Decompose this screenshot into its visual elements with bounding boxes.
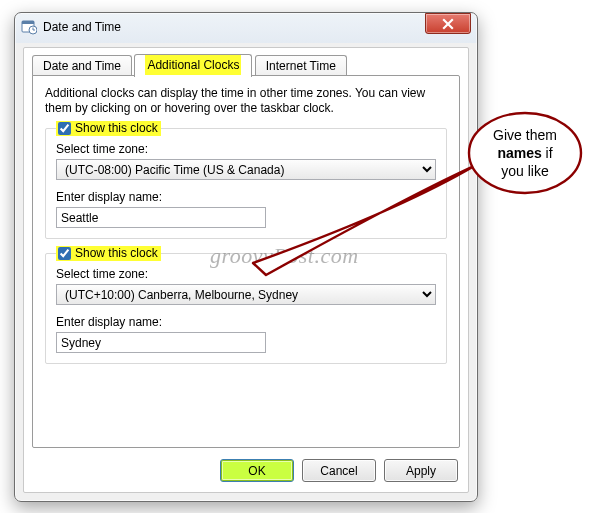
- annotation-line1: Give them: [493, 127, 557, 143]
- annotation-line3: you like: [501, 163, 549, 179]
- clock2-display-name-input[interactable]: [56, 332, 266, 353]
- window-title: Date and Time: [43, 20, 471, 34]
- clock1-tz-label: Select time zone:: [56, 142, 436, 156]
- tab-label: Additional Clocks: [145, 55, 241, 75]
- tab-date-and-time[interactable]: Date and Time: [32, 55, 132, 77]
- show-clock-2-checkbox[interactable]: [58, 247, 71, 260]
- clock2-name-label: Enter display name:: [56, 315, 436, 329]
- annotation-line2-bold: names: [497, 145, 542, 161]
- date-time-icon: [21, 19, 37, 35]
- svg-text:names if: names if: [497, 145, 552, 161]
- tabstrip: Date and Time Additional Clocks Internet…: [32, 54, 460, 76]
- tab-additional-clocks[interactable]: Additional Clocks: [134, 54, 252, 77]
- tab-label: Internet Time: [266, 59, 336, 73]
- clock1-timezone-select[interactable]: (UTC-08:00) Pacific Time (US & Canada): [56, 159, 436, 180]
- clock-group-1: Show this clock Select time zone: (UTC-0…: [45, 128, 447, 239]
- svg-rect-1: [22, 21, 34, 24]
- apply-button[interactable]: Apply: [384, 459, 458, 482]
- additional-clocks-panel: Additional clocks can display the time i…: [32, 75, 460, 448]
- titlebar: Date and Time: [15, 13, 477, 41]
- dialog-button-row: OK Cancel Apply: [220, 459, 458, 482]
- clock1-name-label: Enter display name:: [56, 190, 436, 204]
- cancel-button[interactable]: Cancel: [302, 459, 376, 482]
- date-and-time-window: Date and Time Date and Time Additional C…: [14, 12, 478, 502]
- tab-internet-time[interactable]: Internet Time: [255, 55, 347, 77]
- clock2-timezone-select[interactable]: (UTC+10:00) Canberra, Melbourne, Sydney: [56, 284, 436, 305]
- ok-button[interactable]: OK: [220, 459, 294, 482]
- svg-point-5: [469, 113, 581, 193]
- show-clock-1-checkbox[interactable]: [58, 122, 71, 135]
- close-button[interactable]: [425, 13, 471, 34]
- clock1-display-name-input[interactable]: [56, 207, 266, 228]
- show-clock-1-label: Show this clock: [75, 121, 158, 135]
- close-icon: [442, 18, 454, 30]
- show-clock-2-label: Show this clock: [75, 246, 158, 260]
- annotation-line2-rest: if: [542, 145, 553, 161]
- panel-description: Additional clocks can display the time i…: [45, 86, 447, 116]
- client-area: Date and Time Additional Clocks Internet…: [23, 47, 469, 493]
- tab-label: Date and Time: [43, 59, 121, 73]
- clock-group-2: Show this clock Select time zone: (UTC+1…: [45, 253, 447, 364]
- clock2-tz-label: Select time zone:: [56, 267, 436, 281]
